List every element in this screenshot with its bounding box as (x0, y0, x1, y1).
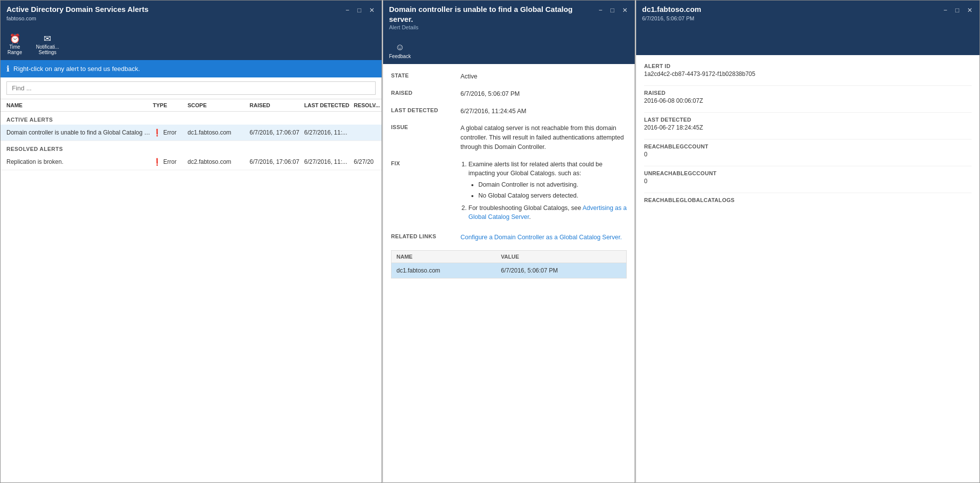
resolved-alert-lastdet: 6/27/2016, 11:... (304, 158, 354, 165)
resolved-alert-row[interactable]: Replication is broken. ❗ Error dc2.fabto… (0, 154, 382, 170)
meta-label-reachablegccount: REACHABLEGCCOUNT (644, 143, 972, 149)
panel2-titlebar: Domain controller is unable to find a Gl… (383, 0, 635, 40)
detail-row-raised: RAISED 6/7/2016, 5:06:07 PM (391, 89, 627, 99)
related-links-label: RELATED LINKS (391, 233, 460, 239)
active-alert-name: Domain controller is unable to find a Gl… (6, 129, 153, 136)
meta-value-reachablegccount: 0 (644, 151, 972, 158)
fix-value: Examine alerts list for related alerts t… (460, 160, 627, 225)
detail-row-lastdet: LAST DETECTED 6/27/2016, 11:24:45 AM (391, 107, 627, 116)
active-alert-lastdet: 6/27/2016, 11:... (304, 129, 354, 136)
fix-sub-item-2: No Global Catalog servers detected. (478, 191, 627, 201)
column-headers: NAME TYPE SCOPE RAISED LAST DETECTED RES… (0, 99, 382, 112)
meta-value-raised: 2016-06-08 00:06:07Z (644, 97, 972, 104)
error-icon-active: ❗ (153, 129, 161, 137)
resolved-alert-raised: 6/7/2016, 17:06:07 (250, 158, 304, 165)
meta-value-unreachablegccount: 0 (644, 178, 972, 185)
col-header-type: TYPE (153, 102, 188, 108)
meta-label-last-detected: LAST DETECTED (644, 117, 972, 123)
table-row[interactable]: dc1.fabtoso.com 6/7/2016, 5:06:07 PM (392, 263, 627, 278)
fix-item-2: For troubleshooting Global Catalogs, see… (468, 204, 627, 222)
error-icon-resolved: ❗ (153, 158, 161, 166)
meta-label-unreachablegccount: UNREACHABLEGCCOUNT (644, 170, 972, 176)
table-cell-name: dc1.fabtoso.com (392, 263, 496, 278)
panel1-titlebar: Active Directory Domain Services Alerts … (0, 0, 382, 31)
active-alert-row[interactable]: Domain controller is unable to find a Gl… (0, 125, 382, 141)
panel2-maximize-btn[interactable]: □ (607, 5, 617, 15)
table-header-row: NAME VALUE (392, 250, 627, 263)
fix-link[interactable]: Advertising as a Global Catalog Server (468, 205, 627, 221)
feedback-label: Feedback (389, 54, 411, 59)
detail-row-state: STATE Active (391, 72, 627, 81)
panel3-close-btn[interactable]: ✕ (964, 5, 976, 15)
panel3-title: dc1.fabtoso.com (642, 4, 701, 14)
detail-row-fix: FIX Examine alerts list for related aler… (391, 160, 627, 225)
issue-label: ISSUE (391, 124, 460, 130)
related-link[interactable]: Configure a Domain Controller as a Globa… (460, 234, 622, 241)
panel1-subtitle: fabtoso.com (6, 15, 148, 21)
envelope-icon: ✉ (44, 34, 51, 43)
resolved-alert-resolv: 6/27/20 (354, 158, 382, 165)
panel3-maximize-btn[interactable]: □ (952, 5, 962, 15)
panel1-maximize-btn[interactable]: □ (354, 5, 364, 15)
panel2-toolbar: ☺ Feedback (383, 40, 635, 64)
col-header-lastdet: LAST DETECTED (304, 102, 354, 108)
fix-label: FIX (391, 160, 460, 166)
feedback-icon: ☺ (395, 42, 404, 53)
detail-row-related-links: RELATED LINKS Configure a Domain Control… (391, 233, 627, 242)
resolved-alert-type: ❗ Error (153, 158, 188, 166)
time-range-label: Time Range (7, 44, 22, 55)
panel2-close-btn[interactable]: ✕ (619, 5, 631, 15)
panel1-close-btn[interactable]: ✕ (366, 5, 378, 15)
col-header-name: NAME (6, 102, 153, 108)
raised-value: 6/7/2016, 5:06:07 PM (460, 89, 627, 99)
col-header-resolv: RESOLV... (354, 102, 382, 108)
time-range-btn[interactable]: ⏰ Time Range (4, 33, 25, 56)
panel1-minimize-btn[interactable]: − (343, 5, 353, 15)
alerts-content: ACTIVE ALERTS Domain controller is unabl… (0, 112, 382, 483)
meta-value-alert-id: 1a2cd4c2-cb87-4473-9172-f1b02838b705 (644, 70, 972, 77)
panel2-subtitle-label: Alert Details (389, 24, 596, 30)
col-header-scope: SCOPE (188, 102, 250, 108)
state-label: STATE (391, 72, 460, 78)
alert-details-content: STATE Active RAISED 6/7/2016, 5:06:07 PM… (383, 64, 635, 483)
active-alerts-label: ACTIVE ALERTS (0, 112, 382, 125)
panel3-window: dc1.fabtoso.com 6/7/2016, 5:06:07 PM − □… (635, 0, 980, 483)
meta-label-reachableglobalcatalogs: REACHABLEGLOBALCATALOGS (644, 197, 972, 203)
resolved-alert-name: Replication is broken. (6, 158, 153, 165)
meta-alert-id: ALERT ID 1a2cd4c2-cb87-4473-9172-f1b0283… (644, 63, 972, 77)
panel1-toolbar: ⏰ Time Range ✉ Notificati... Settings (0, 31, 382, 60)
search-bar (0, 77, 382, 99)
feedback-btn[interactable]: ☺ Feedback (389, 42, 411, 59)
state-value: Active (460, 72, 627, 81)
table-col-value: VALUE (496, 250, 627, 263)
notification-settings-btn[interactable]: ✉ Notificati... Settings (33, 33, 62, 56)
active-alert-type: ❗ Error (153, 129, 188, 137)
meta-value-last-detected: 2016-06-27 18:24:45Z (644, 124, 972, 131)
panel3-content: ALERT ID 1a2cd4c2-cb87-4473-9172-f1b0283… (636, 55, 980, 483)
meta-reachablegccount: REACHABLEGCCOUNT 0 (644, 143, 972, 158)
related-links-value: Configure a Domain Controller as a Globa… (460, 233, 627, 242)
detail-data-table: NAME VALUE dc1.fabtoso.com 6/7/2016, 5:0… (391, 250, 627, 278)
lastdet-value: 6/27/2016, 11:24:45 AM (460, 107, 627, 116)
meta-last-detected: LAST DETECTED 2016-06-27 18:24:45Z (644, 117, 972, 131)
fix-sub-item-1: Domain Controller is not advertising. (478, 180, 627, 190)
search-input[interactable] (6, 81, 376, 95)
meta-unreachablegccount: UNREACHABLEGCCOUNT 0 (644, 170, 972, 185)
panel3-subtitle: 6/7/2016, 5:06:07 PM (642, 15, 701, 21)
info-icon: ℹ (6, 64, 9, 73)
fix-item-1: Examine alerts list for related alerts t… (468, 160, 627, 201)
clock-icon: ⏰ (9, 34, 20, 43)
meta-label-alert-id: ALERT ID (644, 63, 972, 69)
panel2-window: Domain controller is unable to find a Gl… (382, 0, 635, 483)
active-alert-scope: dc1.fabtoso.com (188, 129, 250, 136)
notification-settings-label: Notificati... Settings (36, 44, 59, 55)
panel2-minimize-btn[interactable]: − (596, 5, 606, 15)
panel1-window: Active Directory Domain Services Alerts … (0, 0, 382, 483)
table-cell-value: 6/7/2016, 5:06:07 PM (496, 263, 627, 278)
detail-row-issue: ISSUE A global catalog server is not rea… (391, 124, 627, 151)
raised-label: RAISED (391, 89, 460, 96)
resolved-alert-scope: dc2.fabtoso.com (188, 158, 250, 165)
lastdet-label: LAST DETECTED (391, 107, 460, 113)
issue-value: A global catalog server is not reachable… (460, 124, 627, 151)
panel3-minimize-btn[interactable]: − (941, 5, 951, 15)
